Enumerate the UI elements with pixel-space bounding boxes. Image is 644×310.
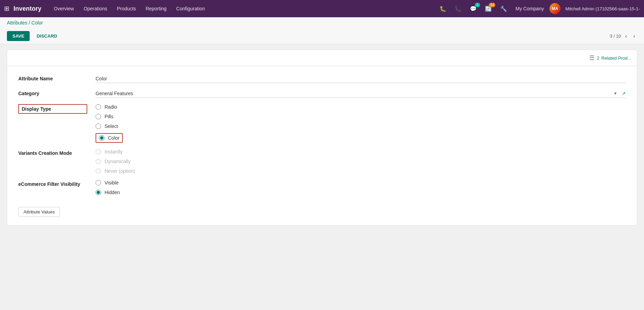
refresh-badge: 34 [489, 3, 495, 7]
variants-never[interactable]: Never (option) [96, 168, 626, 174]
variants-instantly-label: Instantly [105, 149, 122, 154]
top-navigation: ⊞ Inventory Overview Operations Products… [0, 0, 644, 17]
display-type-color-label: Color [108, 135, 119, 141]
variants-dynamically-label: Dynamically [105, 159, 130, 164]
pagination: 3 / 10 ‹ › [610, 32, 637, 40]
category-select-wrapper: General Features ▼ ↗ [96, 89, 626, 98]
form-body: Attribute Name Category General Features… [7, 66, 637, 225]
display-type-radio-pills[interactable]: Pills [96, 114, 626, 119]
display-type-label: Display Type [18, 104, 87, 114]
ecommerce-label: eCommerce Filter Visibility [18, 180, 87, 187]
radio-input-never[interactable] [96, 168, 101, 174]
display-type-radio-radio[interactable]: Radio [96, 104, 626, 110]
attribute-values-section: Attribute Values [18, 201, 626, 217]
attribute-name-row: Attribute Name [18, 74, 626, 83]
nav-configuration[interactable]: Configuration [172, 4, 209, 13]
nav-products[interactable]: Products [113, 4, 140, 13]
chat-icon[interactable]: 💬 5 [467, 4, 479, 13]
nav-icons-group: 🐛 📞 💬 5 🔄 34 🔧 My Company MA Mitchell Ad… [437, 3, 640, 14]
external-link-icon[interactable]: ↗ [622, 91, 626, 96]
display-type-radio-select[interactable]: Select [96, 123, 626, 129]
form-toolbar: SAVE DISCARD 3 / 10 ‹ › [0, 28, 644, 44]
related-products-button[interactable]: ☰ 2 Related Prod... [589, 54, 631, 62]
display-type-options: Radio Pills Select Color [96, 104, 626, 143]
attribute-values-button[interactable]: Attribute Values [18, 207, 60, 217]
radio-input-pills[interactable] [96, 114, 101, 119]
ecommerce-hidden[interactable]: Hidden [96, 190, 626, 195]
category-select[interactable]: General Features [96, 91, 613, 96]
related-products-count: 2 [597, 56, 599, 61]
display-type-radio-group: Radio Pills Select Color [96, 104, 626, 143]
pagination-label: 3 / 10 [610, 33, 621, 39]
display-type-radio-color[interactable]: Color [96, 133, 123, 143]
related-products-label: Related Prod... [601, 56, 631, 61]
lines-icon: ☰ [589, 54, 595, 62]
nav-reporting[interactable]: Reporting [141, 4, 171, 13]
avatar[interactable]: MA [549, 3, 561, 14]
display-type-radio-label: Radio [105, 104, 117, 110]
ecommerce-row: eCommerce Filter Visibility Visible Hidd… [18, 180, 626, 195]
variants-creation-row: Variants Creation Mode Instantly Dynamic… [18, 149, 626, 174]
category-value: General Features ▼ ↗ [96, 89, 626, 98]
radio-input-dynamically[interactable] [96, 159, 101, 164]
category-row: Category General Features ▼ ↗ [18, 89, 626, 98]
refresh-icon[interactable]: 🔄 34 [482, 4, 495, 13]
variants-dynamically[interactable]: Dynamically [96, 159, 626, 164]
bug-icon[interactable]: 🐛 [437, 4, 449, 13]
category-label: Category [18, 89, 87, 96]
variants-never-label: Never (option) [105, 168, 135, 174]
attribute-name-label: Attribute Name [18, 74, 87, 81]
radio-input-select[interactable] [96, 123, 101, 129]
ecommerce-radio-group: Visible Hidden [96, 180, 626, 195]
app-title: Inventory [13, 5, 41, 12]
form-card: ☰ 2 Related Prod... Attribute Name Categ… [7, 50, 637, 226]
ecommerce-visible[interactable]: Visible [96, 180, 626, 186]
discard-button[interactable]: DISCARD [34, 31, 60, 41]
radio-input-instantly[interactable] [96, 149, 101, 154]
nav-overview[interactable]: Overview [50, 4, 78, 13]
breadcrumb-separator: / [29, 20, 30, 26]
ecommerce-options: Visible Hidden [96, 180, 626, 195]
display-type-row: Display Type Radio Pills [18, 104, 626, 143]
grid-menu-icon[interactable]: ⊞ [4, 5, 9, 12]
attribute-name-value [96, 74, 626, 83]
company-name: My Company [515, 6, 544, 11]
radio-input-visible[interactable] [96, 180, 101, 186]
chat-badge: 5 [475, 3, 480, 7]
ecommerce-visible-label: Visible [105, 180, 119, 186]
variants-instantly[interactable]: Instantly [96, 149, 626, 154]
variants-creation-radio-group: Instantly Dynamically Never (option) [96, 149, 626, 174]
user-name: Mitchell Admin (17102566-saas-15-1- [565, 6, 640, 11]
radio-input-color[interactable] [99, 135, 105, 141]
pagination-prev[interactable]: ‹ [623, 32, 629, 40]
display-type-pills-label: Pills [105, 114, 113, 119]
main-content: ☰ 2 Related Prod... Attribute Name Categ… [0, 44, 644, 310]
save-button[interactable]: SAVE [7, 31, 30, 41]
breadcrumb: Attributes / Color [0, 17, 644, 28]
pagination-next[interactable]: › [631, 32, 637, 40]
form-card-header: ☰ 2 Related Prod... [7, 50, 637, 66]
chevron-down-icon: ▼ [613, 91, 617, 96]
attribute-name-input[interactable] [96, 74, 626, 83]
breadcrumb-parent[interactable]: Attributes [7, 20, 27, 26]
ecommerce-hidden-label: Hidden [105, 190, 120, 195]
tools-icon[interactable]: 🔧 [497, 4, 510, 13]
nav-operations[interactable]: Operations [79, 4, 111, 13]
phone-icon[interactable]: 📞 [452, 4, 464, 13]
radio-input-radio[interactable] [96, 104, 101, 110]
breadcrumb-current: Color [31, 20, 43, 26]
variants-creation-options: Instantly Dynamically Never (option) [96, 149, 626, 174]
radio-input-hidden[interactable] [96, 190, 101, 195]
display-type-select-label: Select [105, 123, 118, 129]
variants-creation-label: Variants Creation Mode [18, 149, 87, 156]
